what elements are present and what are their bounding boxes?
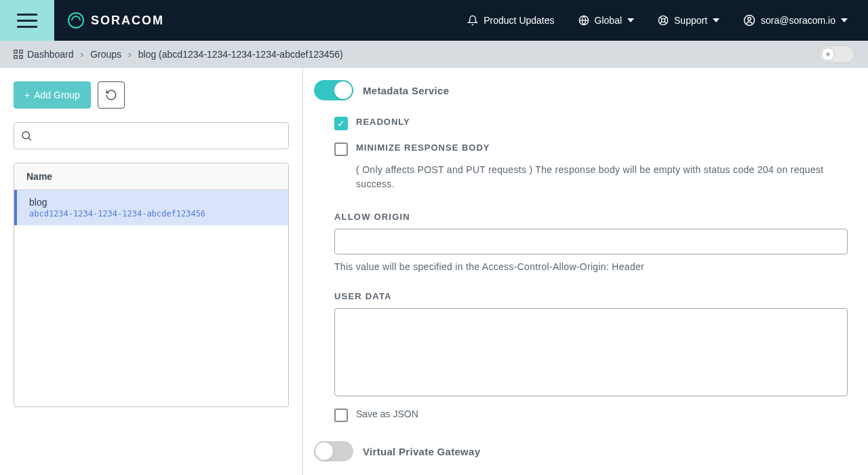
sun-icon: ☀	[821, 48, 835, 61]
plus-icon: +	[24, 90, 30, 100]
group-row[interactable]: blog abcd1234-1234-1234-1234-abcdef12345…	[14, 190, 288, 225]
dashboard-icon	[14, 50, 23, 59]
search-input[interactable]	[14, 122, 289, 149]
svg-rect-12	[14, 56, 17, 58]
user-icon	[743, 14, 755, 26]
breadcrumb-dashboard[interactable]: Dashboard	[14, 49, 74, 60]
readonly-label: READONLY	[356, 117, 410, 127]
minimize-label: MINIMIZE RESPONSE BODY	[356, 142, 490, 153]
minimize-row: MINIMIZE RESPONSE BODY	[334, 142, 848, 156]
metadata-toggle-row: Metadata Service	[314, 80, 848, 100]
group-name: blog	[29, 197, 276, 208]
save-json-checkbox[interactable]	[334, 408, 348, 422]
menu-button[interactable]	[0, 0, 54, 41]
svg-line-5	[665, 22, 667, 24]
breadcrumb-dashboard-label: Dashboard	[27, 49, 74, 60]
vpg-toggle-row: Virtual Private Gateway	[314, 441, 848, 461]
support-dropdown[interactable]: Support	[658, 15, 719, 26]
svg-line-4	[660, 17, 662, 19]
chevron-right-icon: ›	[81, 49, 84, 60]
breadcrumb-groups[interactable]: Groups	[90, 49, 121, 60]
allow-origin-label: ALLOW ORIGIN	[334, 212, 848, 222]
minimize-help-text: ( Only affects POST and PUT requests ) T…	[356, 164, 823, 189]
minimize-checkbox[interactable]	[334, 142, 348, 156]
breadcrumb-current-label: blog (abcd1234-1234-1234-1234-abcdef1234…	[138, 49, 343, 60]
support-label: Support	[674, 15, 707, 26]
readonly-checkbox[interactable]: ✓	[334, 117, 348, 130]
svg-rect-11	[20, 50, 22, 53]
brand-logo[interactable]: SORACOM	[54, 12, 164, 28]
group-id: abcd1234-1234-1234-1234-abcdef123456	[29, 209, 276, 218]
soracom-logo-icon	[68, 12, 84, 28]
chevron-down-icon	[713, 18, 719, 22]
group-list-header: Name	[14, 164, 288, 190]
svg-point-3	[661, 18, 665, 22]
save-json-row: Save as JSON	[334, 408, 848, 422]
svg-line-15	[28, 138, 31, 140]
group-list: Name blog abcd1234-1234-1234-1234-abcdef…	[14, 163, 289, 407]
minimize-help-block: ( Only affects POST and PUT requests ) T…	[334, 163, 848, 191]
svg-point-14	[22, 132, 30, 139]
sidebar: + Add Group Name blog abcd1234-1234-1234…	[0, 68, 303, 475]
add-group-label: Add Group	[34, 90, 80, 100]
save-json-label: Save as JSON	[356, 408, 418, 419]
breadcrumb-groups-label: Groups	[90, 49, 121, 60]
region-label: Global	[595, 15, 622, 26]
allow-origin-input[interactable]	[334, 229, 848, 254]
user-label: sora@soracom.io	[761, 15, 835, 26]
breadcrumb: Dashboard › Groups › blog (abcd1234-1234…	[0, 41, 868, 68]
metadata-section: ✓ READONLY MINIMIZE RESPONSE BODY ( Only…	[314, 117, 848, 422]
sidebar-actions: + Add Group	[14, 81, 289, 109]
globe-icon	[578, 15, 589, 26]
search-wrap	[14, 122, 289, 149]
metadata-service-toggle[interactable]	[314, 80, 353, 100]
main-area: + Add Group Name blog abcd1234-1234-1234…	[0, 68, 868, 475]
theme-toggle[interactable]: ☀	[819, 45, 854, 63]
metadata-service-label: Metadata Service	[363, 85, 449, 96]
svg-point-9	[748, 18, 751, 21]
readonly-row: ✓ READONLY	[334, 117, 848, 130]
lifebuoy-icon	[658, 15, 669, 26]
chevron-down-icon	[841, 18, 848, 22]
topbar-right: Product Updates Global Support sora@sora…	[467, 14, 868, 26]
chevron-down-icon	[627, 18, 634, 22]
region-dropdown[interactable]: Global	[578, 15, 634, 26]
add-group-button[interactable]: + Add Group	[14, 81, 91, 109]
hamburger-icon	[17, 14, 37, 28]
product-updates-link[interactable]: Product Updates	[467, 15, 554, 26]
search-icon	[20, 130, 33, 142]
svg-line-7	[660, 22, 662, 24]
svg-rect-10	[14, 50, 17, 53]
user-dropdown[interactable]: sora@soracom.io	[743, 14, 848, 26]
allow-origin-help: This value will be specified in the Acce…	[334, 261, 848, 272]
top-bar: SORACOM Product Updates Global Support s…	[0, 0, 868, 41]
brand-text: SORACOM	[91, 14, 164, 28]
user-data-textarea[interactable]	[334, 308, 848, 396]
vpg-toggle[interactable]	[314, 441, 353, 461]
chevron-right-icon: ›	[128, 49, 132, 60]
content-panel: Metadata Service ✓ READONLY MINIMIZE RES…	[303, 68, 868, 475]
breadcrumb-current: blog (abcd1234-1234-1234-1234-abcdef1234…	[138, 49, 343, 60]
svg-rect-13	[20, 56, 22, 58]
bell-icon	[467, 15, 478, 26]
product-updates-label: Product Updates	[484, 15, 554, 26]
refresh-button[interactable]	[98, 81, 125, 109]
refresh-icon	[105, 89, 117, 101]
user-data-label: USER DATA	[334, 291, 848, 301]
svg-line-6	[665, 17, 667, 19]
vpg-label: Virtual Private Gateway	[363, 446, 480, 457]
